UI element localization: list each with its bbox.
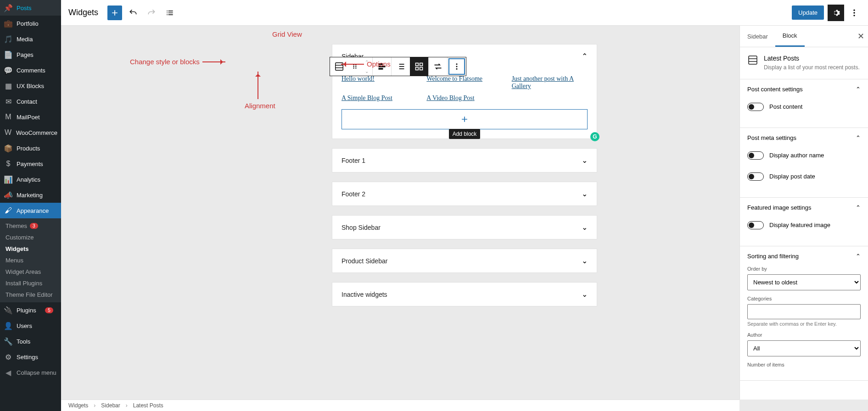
more-options-button[interactable]	[848, 5, 861, 21]
latest-posts-block[interactable]: Hello world! Welcome to Flatsome Just an…	[342, 75, 588, 102]
update-button[interactable]: Update	[792, 6, 824, 20]
panel-header[interactable]: Featured image settings⌃	[740, 198, 868, 217]
breadcrumb-item[interactable]: Sidebar	[101, 402, 120, 409]
submenu-menus[interactable]: Menus	[0, 255, 61, 266]
post-link[interactable]: Hello world!	[342, 75, 417, 90]
toggle-author-name[interactable]	[747, 151, 764, 160]
block-mover: ⌃⌄	[361, 57, 372, 76]
panel-sorting: Sorting and filtering⌃ Order by Newest t…	[740, 246, 868, 381]
widget-area-header[interactable]: Product Sidebar⌄	[332, 249, 597, 272]
collapse-menu[interactable]: ◀Collapse menu	[0, 365, 61, 380]
submenu-install-plugins[interactable]: Install Plugins	[0, 278, 61, 289]
order-by-label: Order by	[747, 266, 861, 272]
move-up-button[interactable]: ⌃	[361, 57, 372, 67]
svg-point-0	[853, 9, 855, 11]
grid-view-style-button[interactable]	[410, 57, 428, 76]
svg-point-25	[456, 63, 458, 65]
sidebar-item-woocommerce[interactable]: WWooCommerce	[0, 125, 61, 140]
add-block-appender[interactable]: Add block	[342, 109, 588, 129]
panel-header[interactable]: Sorting and filtering⌃	[740, 246, 868, 266]
sidebar-item-posts[interactable]: 📌Posts	[0, 0, 61, 16]
submenu-widget-areas[interactable]: Widget Areas	[0, 266, 61, 278]
post-link[interactable]: Just another post with A Gallery	[512, 75, 588, 90]
toggle-post-content[interactable]	[747, 103, 764, 111]
brush-icon: 🖌	[4, 206, 13, 215]
sidebar-item-analytics[interactable]: 📊Analytics	[0, 172, 61, 187]
svg-point-27	[456, 68, 458, 70]
chevron-down-icon: ⌄	[582, 189, 588, 198]
panel-post-meta: Post meta settings⌃ Display author name …	[740, 128, 868, 198]
block-options-button[interactable]	[448, 58, 465, 75]
sidebar-item-comments[interactable]: 💬Comments	[0, 62, 61, 78]
align-button[interactable]	[373, 57, 391, 76]
submenu-themes[interactable]: Themes3	[0, 220, 61, 232]
megaphone-icon: 📣	[4, 190, 13, 200]
sidebar-item-appearance[interactable]: 🖌Appearance	[0, 203, 61, 218]
panel-header[interactable]: Post content settings⌃	[740, 79, 868, 99]
tab-sidebar[interactable]: Sidebar	[740, 27, 775, 46]
woo-icon: W	[4, 128, 12, 137]
pages-icon: 📄	[4, 50, 13, 59]
move-down-button[interactable]: ⌄	[361, 67, 372, 76]
toggle-featured-image[interactable]	[747, 221, 764, 229]
sidebar-item-plugins[interactable]: 🔌Plugins 5	[0, 302, 61, 318]
undo-button[interactable]	[126, 6, 140, 20]
sidebar-item-mailpoet[interactable]: MMailPoet	[0, 109, 61, 125]
svg-point-9	[355, 66, 356, 67]
block-toolbar: ⌃⌄	[330, 57, 466, 76]
panel-header[interactable]: Post meta settings⌃	[740, 128, 868, 148]
svg-rect-24	[420, 67, 423, 70]
toggle-post-date[interactable]	[747, 172, 764, 181]
block-description: Display a list of your most recent posts…	[764, 64, 860, 72]
list-view-style-button[interactable]	[392, 57, 410, 76]
sidebar-item-contact[interactable]: ✉Contact	[0, 94, 61, 109]
block-type-button[interactable]	[330, 57, 348, 76]
chevron-up-icon: ⌃	[856, 204, 861, 211]
sidebar-item-payments[interactable]: $Payments	[0, 156, 61, 172]
breadcrumb-item[interactable]: Widgets	[68, 402, 88, 409]
list-view-button[interactable]	[162, 6, 177, 20]
svg-point-7	[355, 64, 356, 65]
sidebar-item-products[interactable]: 📦Products	[0, 140, 61, 156]
sidebar-item-settings[interactable]: ⚙Settings	[0, 349, 61, 365]
widget-area-header[interactable]: Footer 2⌄	[332, 182, 597, 206]
transform-button[interactable]	[429, 57, 447, 76]
post-link[interactable]: A Simple Blog Post	[342, 94, 417, 102]
redo-button[interactable]	[144, 6, 159, 20]
drag-handle-button[interactable]	[348, 57, 361, 76]
widget-area-header[interactable]: Shop Sidebar⌄	[332, 216, 597, 239]
submenu-customize[interactable]: Customize	[0, 232, 61, 243]
sidebar-item-portfolio[interactable]: 💼Portfolio	[0, 16, 61, 31]
breadcrumb-item[interactable]: Latest Posts	[133, 402, 163, 409]
widget-area-product-sidebar: Product Sidebar⌄	[332, 249, 597, 273]
mailpoet-icon: M	[4, 112, 13, 122]
sidebar-item-tools[interactable]: 🔧Tools	[0, 333, 61, 349]
widget-area-header[interactable]: Footer 1⌄	[332, 149, 597, 172]
add-block-button[interactable]	[107, 6, 122, 20]
sidebar-item-media[interactable]: 🎵Media	[0, 31, 61, 47]
sidebar-item-marketing[interactable]: 📣Marketing	[0, 187, 61, 203]
chevron-up-icon: ⌃	[582, 52, 588, 61]
chevron-down-icon: ⌄	[582, 290, 588, 299]
tab-block[interactable]: Block	[775, 26, 805, 47]
chevron-down-icon: ⌄	[582, 156, 588, 165]
svg-point-10	[353, 67, 354, 68]
submenu-theme-file-editor[interactable]: Theme File Editor	[0, 289, 61, 300]
sidebar-item-users[interactable]: 👤Users	[0, 318, 61, 333]
author-select[interactable]: All	[747, 340, 861, 356]
post-link[interactable]: A Video Blog Post	[426, 94, 502, 102]
inspector-panel: Sidebar Block ✕ Latest Posts Display a l…	[739, 26, 868, 400]
sidebar-item-uxblocks[interactable]: ▦UX Blocks	[0, 78, 61, 94]
chevron-up-icon: ⌃	[856, 86, 861, 93]
settings-panel-button[interactable]	[828, 5, 844, 21]
order-by-select[interactable]: Newest to oldest	[747, 274, 861, 290]
categories-input[interactable]	[747, 304, 861, 319]
sidebar-item-pages[interactable]: 📄Pages	[0, 47, 61, 62]
post-link[interactable]: Welcome to Flatsome	[426, 75, 502, 90]
svg-point-26	[456, 66, 458, 67]
settings-icon: ⚙	[4, 352, 13, 361]
analytics-icon: 📊	[4, 175, 13, 184]
close-inspector-button[interactable]: ✕	[857, 31, 864, 41]
widget-area-header[interactable]: Inactive widgets⌄	[332, 283, 597, 306]
submenu-widgets[interactable]: Widgets	[0, 243, 61, 255]
